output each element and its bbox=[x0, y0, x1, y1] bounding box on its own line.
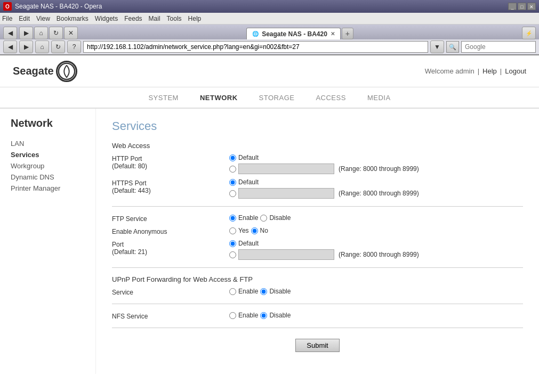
nav-system[interactable]: SYSTEM bbox=[148, 94, 178, 102]
https-default-radio[interactable] bbox=[229, 179, 236, 186]
http-default-radio[interactable] bbox=[229, 154, 236, 161]
menu-mail[interactable]: Mail bbox=[149, 15, 160, 22]
nfs-service-row: NFS Service Enable Disable bbox=[112, 312, 523, 320]
nav-network[interactable]: NETWORK bbox=[200, 94, 238, 102]
menu-widgets[interactable]: Widgets bbox=[95, 15, 118, 22]
nav-bar: SYSTEM NETWORK STORAGE ACCESS MEDIA bbox=[0, 87, 539, 109]
nav-reload-btn[interactable]: ↻ bbox=[51, 40, 65, 53]
back-btn[interactable]: ◀ bbox=[3, 27, 17, 39]
nav-forward-btn[interactable]: ▶ bbox=[19, 40, 33, 53]
nav-back-btn[interactable]: ◀ bbox=[3, 40, 17, 53]
new-tab-btn[interactable]: + bbox=[342, 28, 353, 39]
menu-view[interactable]: View bbox=[36, 15, 50, 22]
upnp-controls: Enable Disable bbox=[229, 288, 291, 295]
nfs-enable-label: Enable bbox=[238, 312, 258, 319]
ftp-port-controls: Default (Range: 8000 through 8999) bbox=[229, 240, 419, 260]
upnp-enable-radio[interactable] bbox=[229, 288, 236, 295]
https-port-label: HTTPS Port (Default: 443) bbox=[112, 178, 219, 194]
address-dropdown-btn[interactable]: ▼ bbox=[430, 40, 444, 53]
http-port-label: HTTP Port (Default: 80) bbox=[112, 154, 219, 170]
stop-btn[interactable]: ✕ bbox=[64, 27, 78, 39]
page-title: Services bbox=[112, 119, 523, 133]
close-btn[interactable]: ✕ bbox=[527, 3, 536, 10]
sidebar-title: Network bbox=[11, 117, 95, 129]
submit-button[interactable]: Submit bbox=[295, 339, 339, 352]
reload-btn[interactable]: ↻ bbox=[49, 27, 63, 39]
http-custom-radio[interactable] bbox=[229, 166, 236, 173]
logo-circle bbox=[56, 61, 77, 82]
nfs-controls: Enable Disable bbox=[229, 312, 291, 319]
menu-feeds[interactable]: Feeds bbox=[124, 15, 142, 22]
http-port-row: HTTP Port (Default: 80) Default (Range: … bbox=[112, 154, 523, 174]
https-port-input[interactable] bbox=[238, 188, 334, 199]
nav-storage[interactable]: STORAGE bbox=[259, 94, 295, 102]
anonymous-controls: Yes No bbox=[229, 227, 268, 234]
browser-menubar: File Edit View Bookmarks Widgets Feeds M… bbox=[0, 13, 539, 24]
tab-bar: ◀ ▶ ⌂ ↻ ✕ 🌐 Seagate NAS - BA420 ✕ + ⚡ bbox=[0, 24, 539, 39]
turbo-btn[interactable]: ⚡ bbox=[522, 27, 536, 39]
ftp-port-default-radio[interactable] bbox=[229, 240, 236, 247]
ftp-port-input[interactable] bbox=[238, 249, 334, 260]
ftp-range-text: (Range: 8000 through 8999) bbox=[339, 251, 419, 258]
divider-2 bbox=[112, 267, 523, 268]
forward-btn[interactable]: ▶ bbox=[19, 27, 33, 39]
upnp-label: UPnP Port Forwarding for Web Access & FT… bbox=[112, 275, 523, 283]
http-custom-radio-row: (Range: 8000 through 8999) bbox=[229, 164, 419, 174]
search-input[interactable] bbox=[461, 41, 536, 53]
ftp-service-label: FTP Service bbox=[112, 214, 219, 223]
nfs-enable-radio[interactable] bbox=[229, 312, 236, 319]
sidebar: Network LAN Services Workgroup Dynamic D… bbox=[0, 109, 96, 374]
address-input[interactable] bbox=[83, 41, 428, 53]
nav-help-btn[interactable]: ? bbox=[67, 40, 81, 53]
ftp-enable-radio[interactable] bbox=[229, 215, 236, 222]
sidebar-item-lan[interactable]: LAN bbox=[11, 138, 95, 149]
nfs-disable-radio[interactable] bbox=[260, 312, 267, 319]
ftp-port-custom-radio[interactable] bbox=[229, 251, 236, 258]
ftp-service-row: FTP Service Enable Disable bbox=[112, 214, 523, 223]
ftp-port-custom-row: (Range: 8000 through 8999) bbox=[229, 249, 419, 260]
home-btn[interactable]: ⌂ bbox=[34, 27, 48, 39]
ftp-port-row: Port (Default: 21) Default (Range: 8000 … bbox=[112, 240, 523, 260]
anonymous-yes-radio[interactable] bbox=[229, 227, 236, 234]
nav-home-btn[interactable]: ⌂ bbox=[35, 40, 49, 53]
separator2: | bbox=[500, 67, 502, 75]
active-tab[interactable]: 🌐 Seagate NAS - BA420 ✕ bbox=[246, 28, 341, 39]
nfs-service-label: NFS Service bbox=[112, 312, 219, 320]
address-bar-row: ◀ ▶ ⌂ ↻ ? ▼ 🔍 bbox=[0, 39, 539, 55]
browser-title: Seagate NAS - BA420 - Opera bbox=[15, 3, 505, 10]
menu-tools[interactable]: Tools bbox=[167, 15, 182, 22]
sidebar-item-services[interactable]: Services bbox=[11, 149, 95, 160]
menu-file[interactable]: File bbox=[2, 15, 12, 22]
sidebar-item-workgroup[interactable]: Workgroup bbox=[11, 160, 95, 172]
window-controls: _ □ ✕ bbox=[508, 3, 536, 10]
help-link[interactable]: Help bbox=[482, 67, 497, 75]
maximize-btn[interactable]: □ bbox=[518, 3, 526, 10]
upnp-enable-label: Enable bbox=[238, 288, 258, 295]
ftp-disable-radio[interactable] bbox=[260, 215, 267, 222]
svg-text:O: O bbox=[5, 4, 10, 10]
anonymous-row: Enable Anonymous Yes No bbox=[112, 227, 523, 235]
divider-1 bbox=[112, 206, 523, 207]
upnp-disable-radio[interactable] bbox=[260, 288, 267, 295]
anonymous-no-radio[interactable] bbox=[251, 227, 258, 234]
http-port-input[interactable] bbox=[238, 164, 334, 174]
logout-link[interactable]: Logout bbox=[505, 67, 526, 75]
https-custom-radio[interactable] bbox=[229, 190, 236, 197]
sidebar-item-printer-manager[interactable]: Printer Manager bbox=[11, 183, 95, 194]
tab-close-btn[interactable]: ✕ bbox=[331, 31, 335, 37]
nav-media[interactable]: MEDIA bbox=[367, 94, 391, 102]
header-right: Welcome admin | Help | Logout bbox=[425, 67, 526, 75]
sidebar-item-dynamic-dns[interactable]: Dynamic DNS bbox=[11, 172, 95, 183]
tab-favicon: 🌐 bbox=[252, 31, 259, 37]
content-area: Network LAN Services Workgroup Dynamic D… bbox=[0, 109, 539, 374]
ftp-enable-disable-row: Enable Disable bbox=[229, 214, 291, 222]
https-default-label: Default bbox=[238, 178, 259, 186]
menu-bookmarks[interactable]: Bookmarks bbox=[57, 15, 89, 22]
minimize-btn[interactable]: _ bbox=[508, 3, 517, 10]
https-range-text: (Range: 8000 through 8999) bbox=[339, 190, 419, 197]
anonymous-label: Enable Anonymous bbox=[112, 227, 219, 235]
nav-access[interactable]: ACCESS bbox=[316, 94, 345, 102]
menu-help[interactable]: Help bbox=[188, 15, 202, 22]
menu-edit[interactable]: Edit bbox=[19, 15, 30, 22]
http-default-label: Default bbox=[238, 154, 259, 161]
